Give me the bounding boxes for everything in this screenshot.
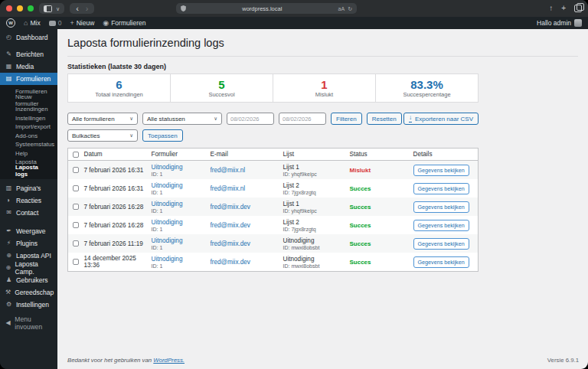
wordpress-logo-icon[interactable]: W (6, 18, 15, 28)
row-email-link[interactable]: fred@miix.dev (211, 222, 250, 229)
row-checkbox[interactable] (73, 222, 79, 228)
row-checkbox[interactable] (73, 259, 79, 265)
reset-button[interactable]: Resetten (367, 113, 402, 125)
row-form-link[interactable]: Uitnodiging (152, 182, 206, 189)
stat-value: 5 (218, 79, 224, 90)
column-header-details[interactable]: Details (411, 149, 479, 161)
address-bar[interactable]: wordpress.local aA ↻ (176, 3, 357, 14)
sidebar-item[interactable]: ✉ Contact (0, 207, 57, 219)
minimize-window-button[interactable] (17, 5, 23, 11)
sidebar-item[interactable]: ◗ Reacties (0, 194, 57, 207)
submenu-item[interactable]: Import/export (0, 122, 57, 132)
back-button[interactable]: ‹ (74, 5, 80, 13)
adminbar-new-label: Nieuw (77, 19, 95, 27)
adminbar-comments-link[interactable]: 0 (49, 19, 62, 27)
sidebar-item[interactable]: ♟ Gebruikers (0, 274, 57, 286)
row-list: Lijst 2 (283, 182, 345, 189)
submenu-item[interactable]: Nieuw formulier (0, 96, 57, 106)
view-details-button[interactable]: Gegevens bekijken (413, 183, 469, 194)
status-filter-select[interactable]: Alle statussen ∨ (142, 113, 222, 125)
sidebar-item-label: Gereedschap (15, 289, 54, 296)
submenu-item[interactable]: Laposta logs (0, 167, 57, 176)
column-header-lijst[interactable]: Lijst (281, 149, 348, 161)
new-tab-icon[interactable]: + (561, 5, 566, 12)
adminbar-site-link[interactable]: ⌂ Mix (24, 19, 41, 27)
view-details-button[interactable]: Gegevens bekijken (413, 220, 469, 231)
row-form-id: ID: 1 (152, 190, 206, 195)
sidebar-item[interactable]: ◴ Dashboard (0, 31, 57, 44)
sidebar-item[interactable]: ⚙ Instellingen (0, 299, 57, 311)
row-form-link[interactable]: Uitnodiging (152, 256, 206, 263)
form-filter-select[interactable]: Alle formulieren ∨ (67, 113, 138, 125)
bulk-actions-select[interactable]: Bulkacties ∨ (67, 129, 138, 142)
row-checkbox[interactable] (73, 204, 79, 210)
view-details-button[interactable]: Gegevens bekijken (413, 238, 469, 250)
sidebar-item[interactable]: ⚡ Plugins (0, 237, 57, 250)
row-checkbox[interactable] (73, 167, 79, 173)
row-email-link[interactable]: fred@miix.nl (211, 167, 246, 174)
zoom-window-button[interactable] (28, 5, 34, 11)
apply-button[interactable]: Toepassen (142, 129, 183, 142)
chevron-down-icon: ∨ (56, 6, 60, 11)
sidebar-toggle-button[interactable]: ∨ (39, 3, 64, 14)
row-form-link[interactable]: Uitnodiging (152, 219, 206, 226)
tabs-overview-icon[interactable] (574, 5, 582, 12)
date-to-input[interactable] (279, 113, 326, 125)
adminbar-form-link[interactable]: ◉ Formulieren (103, 19, 145, 27)
column-header-formulier[interactable]: Formulier (149, 149, 208, 161)
translate-icon[interactable]: aA (338, 6, 345, 11)
sidebar-item[interactable]: ⚒ Gereedschap (0, 286, 57, 299)
sidebar-item-collapse-menu[interactable]: ◀ Menu invouwen (0, 317, 57, 329)
submenu-item[interactable]: Instellingen (0, 114, 57, 123)
submenu-item[interactable]: Systeemstatus (0, 140, 57, 149)
sidebar-item[interactable]: ▥ Pagina's (0, 182, 57, 194)
row-checkbox[interactable] (73, 240, 79, 247)
view-details-button[interactable]: Gegevens bekijken (413, 256, 469, 268)
row-form-link[interactable]: Uitnodiging (152, 201, 206, 207)
table-header-row: Datum Formulier E-mail Lijst Status Deta… (68, 149, 479, 161)
row-form-link[interactable]: Uitnodiging (152, 237, 206, 244)
stats-cards: 6 Totaal inzendingen 5 Succesvol 1 Mislu… (67, 73, 479, 103)
sidebar-submenu: FormulierenNieuw formulierInzendingenIns… (0, 85, 57, 179)
column-header-email[interactable]: E-mail (208, 149, 281, 161)
sidebar-item-formulieren[interactable]: ▤ Formulieren (0, 73, 57, 85)
sidebar-item[interactable]: ✎ Berichten (0, 48, 57, 60)
column-header-status[interactable]: Status (348, 149, 411, 161)
select-all-checkbox[interactable] (73, 152, 79, 158)
row-email-link[interactable]: fred@miix.nl (211, 185, 246, 192)
column-header-datum[interactable]: Datum (82, 149, 149, 161)
submenu-item[interactable]: Help (0, 149, 57, 158)
sidebar-item-label: Weergave (16, 227, 46, 235)
sidebar-item[interactable]: ✒ Weergave (0, 225, 57, 237)
sidebar-item[interactable]: ⊕ Laposta Camp. (0, 262, 57, 274)
footer: Bedankt voor het gebruiken van WordPress… (67, 357, 579, 364)
row-list-id: ID: yhqf9keipc (283, 171, 345, 177)
date-from-input[interactable] (227, 113, 274, 125)
settings-icon: ⚙ (5, 302, 12, 308)
row-list: Lijst 2 (283, 219, 345, 226)
submenu-item[interactable]: Add-ons (0, 132, 57, 141)
close-window-button[interactable] (6, 5, 12, 11)
filter-bar: Alle formulieren ∨ Alle statussen ∨ Filt… (67, 113, 479, 125)
share-icon[interactable]: ↑ (549, 5, 553, 12)
stat-label: Succespercentage (403, 91, 450, 98)
wordpress-link[interactable]: WordPress. (153, 357, 185, 364)
adminbar-account[interactable]: Hallo admin (537, 19, 582, 27)
sidebar-item[interactable]: ▦ Media (0, 60, 57, 73)
download-icon: ↓ (409, 115, 412, 122)
export-csv-button[interactable]: ↓ Exporteren naar CSV (403, 113, 479, 125)
status-badge: Succes (350, 185, 371, 192)
reload-icon[interactable]: ↻ (348, 6, 352, 11)
row-checkbox[interactable] (73, 185, 79, 191)
row-email-link[interactable]: fred@miix.dev (211, 259, 250, 266)
table-row: 7 februari 2026 16:28 Uitnodiging ID: 1 … (68, 216, 479, 234)
filter-button[interactable]: Filteren (331, 113, 362, 125)
row-form-link[interactable]: Uitnodiging (152, 164, 206, 171)
row-email-link[interactable]: fred@miix.dev (211, 204, 250, 211)
view-details-button[interactable]: Gegevens bekijken (413, 201, 469, 213)
view-details-button[interactable]: Gegevens bekijken (413, 165, 469, 176)
row-email-link[interactable]: fred@miix.dev (211, 240, 250, 247)
sidebar-item-label: Dashboard (16, 34, 48, 41)
adminbar-new-link[interactable]: + Nieuw (70, 19, 94, 27)
forward-button[interactable]: › (84, 5, 90, 13)
